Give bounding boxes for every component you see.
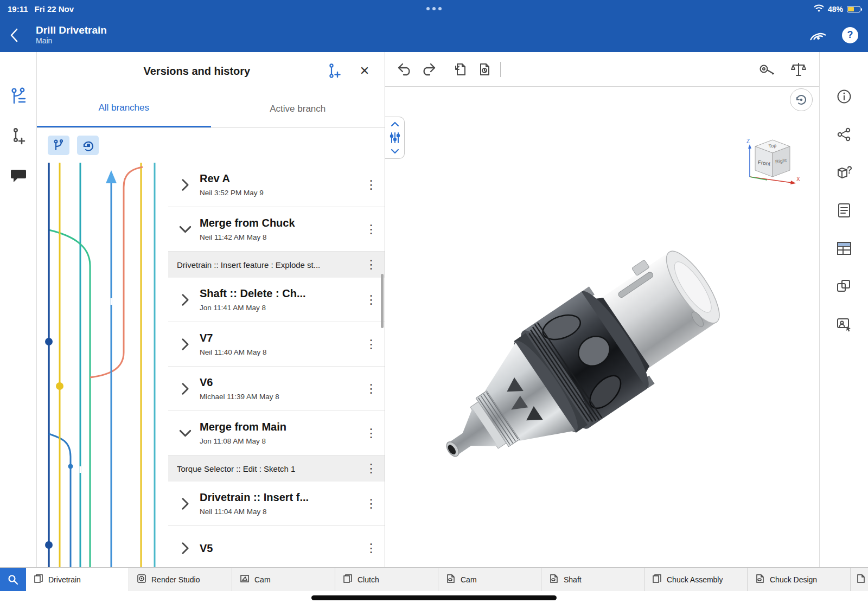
- comments-icon[interactable]: [8, 166, 29, 187]
- part-studio-tab-icon: [446, 574, 456, 585]
- undo-icon[interactable]: [393, 57, 417, 81]
- app-header: Drill Drivetrain Main ?: [0, 18, 868, 52]
- compare-icon[interactable]: [787, 57, 810, 81]
- workspace-name: Main: [36, 36, 107, 46]
- export-document-icon[interactable]: [449, 57, 473, 81]
- bom-table-icon[interactable]: [834, 239, 854, 258]
- history-list: Rev A Neil 3:52 PM May 9 ⋮ Merge from Ch…: [168, 163, 385, 567]
- create-version-icon[interactable]: [8, 126, 29, 146]
- history-subitem-drivetrain-insert[interactable]: Drivetrain :: Insert feature : Explode s…: [168, 252, 385, 278]
- tab-clutch[interactable]: Clutch: [335, 568, 438, 591]
- history-item-v5[interactable]: V5 ⋮: [168, 526, 385, 567]
- linked-documents-icon[interactable]: [834, 277, 854, 296]
- kebab-menu-icon[interactable]: ⋮: [362, 258, 380, 272]
- history-item-title: V6: [200, 376, 362, 389]
- chevron-right-icon[interactable]: [181, 542, 196, 555]
- show-branch-lines-button[interactable]: [48, 136, 69, 155]
- tab-shaft[interactable]: Shaft: [541, 568, 644, 591]
- show-revisions-button[interactable]: [77, 136, 99, 155]
- tab-cam-1[interactable]: Cam: [232, 568, 335, 591]
- insert-version-icon[interactable]: [473, 57, 497, 81]
- history-subitem-torque-selector[interactable]: Torque Selector :: Edit : Sketch 1 ⋮: [168, 456, 385, 482]
- battery-icon: [847, 6, 860, 12]
- kebab-menu-icon[interactable]: ⋮: [362, 382, 380, 396]
- notes-icon[interactable]: [834, 201, 854, 220]
- viewcube-top-label[interactable]: Top: [768, 143, 777, 149]
- panel-resize-icon[interactable]: [390, 132, 400, 144]
- follow-mode-icon[interactable]: [834, 315, 854, 334]
- multitasking-dots-icon[interactable]: [426, 7, 442, 10]
- history-item-shaft-delete[interactable]: Shaft :: Delete : Ch... Jon 11:41 AM May…: [168, 278, 385, 322]
- tab-render-studio[interactable]: Render Studio: [129, 568, 232, 591]
- version-graph[interactable]: [37, 163, 168, 567]
- history-item-title: Shaft :: Delete : Ch...: [200, 287, 362, 300]
- history-item-meta: Neil 11:04 AM May 8: [200, 508, 362, 516]
- redo-icon[interactable]: [417, 57, 441, 81]
- history-item-meta: Neil 11:42 AM May 8: [200, 233, 362, 241]
- bottom-tab-bar: Drivetrain Render Studio Cam Clutch Cam …: [0, 567, 868, 591]
- chevron-right-icon[interactable]: [181, 497, 196, 510]
- history-item-title: V7: [200, 332, 362, 344]
- kebab-menu-icon[interactable]: ⋮: [362, 178, 380, 192]
- chevron-down-icon[interactable]: [391, 149, 399, 154]
- tab-all-branches[interactable]: All branches: [37, 90, 211, 127]
- tab-overflow-partial[interactable]: [851, 568, 868, 591]
- back-button[interactable]: [10, 24, 28, 46]
- tab-drivetrain[interactable]: Drivetrain: [26, 568, 129, 591]
- drill-drivetrain-model[interactable]: [423, 188, 727, 540]
- panel-scrollbar[interactable]: [381, 274, 384, 328]
- panel-collapse-handle[interactable]: [385, 117, 405, 159]
- kebab-menu-icon[interactable]: ⋮: [362, 293, 380, 307]
- share-icon[interactable]: [834, 125, 854, 144]
- history-subitem-title: Drivetrain :: Insert feature : Explode s…: [177, 260, 362, 270]
- right-rail: [819, 52, 868, 567]
- chevron-right-icon[interactable]: [181, 293, 196, 306]
- history-subitem-title: Torque Selector :: Edit : Sketch 1: [177, 464, 362, 473]
- left-rail: [0, 52, 37, 567]
- history-item-merge-from-main[interactable]: Merge from Main Jon 11:08 AM May 8 ⋮: [168, 411, 385, 456]
- chevron-down-icon[interactable]: [181, 427, 196, 440]
- tab-cam-2[interactable]: Cam: [438, 568, 541, 591]
- battery-percent: 48%: [828, 5, 843, 14]
- model-viewport[interactable]: Top Front Right Z X: [385, 52, 819, 567]
- close-panel-icon[interactable]: ✕: [355, 62, 374, 80]
- chevron-right-icon[interactable]: [181, 178, 196, 191]
- kebab-menu-icon[interactable]: ⋮: [362, 497, 380, 511]
- history-item-merge-from-chuck[interactable]: Merge from Chuck Neil 11:42 AM May 8 ⋮: [168, 207, 385, 252]
- view-rotate-button[interactable]: [790, 88, 813, 111]
- search-tabs-button[interactable]: [0, 568, 26, 591]
- parts-help-icon[interactable]: [834, 163, 854, 182]
- chevron-right-icon[interactable]: [181, 338, 196, 351]
- versions-history-icon[interactable]: [8, 86, 29, 106]
- chevron-right-icon[interactable]: [181, 382, 196, 395]
- home-indicator[interactable]: [311, 595, 557, 600]
- assembly-tab-icon: [652, 574, 662, 585]
- kebab-menu-icon[interactable]: ⋮: [362, 461, 380, 476]
- tab-chuck-assembly[interactable]: Chuck Assembly: [644, 568, 748, 591]
- status-bar: 19:11 Fri 22 Nov 48%: [0, 0, 868, 18]
- kebab-menu-icon[interactable]: ⋮: [362, 541, 380, 555]
- sketch-tab-icon: [240, 574, 250, 585]
- history-item-v6[interactable]: V6 Michael 11:39 AM May 8 ⋮: [168, 367, 385, 411]
- history-item-v7[interactable]: V7 Neil 11:40 AM May 8 ⋮: [168, 322, 385, 367]
- history-item-drivetrain-insert[interactable]: Drivetrain :: Insert f... Neil 11:04 AM …: [168, 482, 385, 526]
- tab-active-branch[interactable]: Active branch: [211, 90, 385, 127]
- tab-chuck-design[interactable]: Chuck Design: [748, 568, 851, 591]
- new-branch-icon[interactable]: [325, 62, 343, 80]
- history-item-title: Rev A: [200, 172, 362, 185]
- panel-tabs: All branches Active branch: [37, 90, 385, 128]
- chevron-down-icon[interactable]: [181, 223, 196, 236]
- chevron-up-icon[interactable]: [391, 121, 399, 127]
- view-cube[interactable]: Top Front Right Z X: [744, 129, 801, 185]
- kebab-menu-icon[interactable]: ⋮: [362, 337, 380, 351]
- part-studio-tab-icon: [549, 574, 559, 585]
- help-button[interactable]: ?: [842, 27, 858, 43]
- info-icon[interactable]: [834, 87, 854, 106]
- presence-icon[interactable]: [806, 27, 828, 44]
- axis-z-label: Z: [746, 138, 750, 144]
- versions-panel: Versions and history ✕ All branches Acti…: [37, 52, 385, 567]
- kebab-menu-icon[interactable]: ⋮: [362, 222, 380, 236]
- history-item-rev-a[interactable]: Rev A Neil 3:52 PM May 9 ⋮: [168, 163, 385, 207]
- measure-icon[interactable]: [755, 57, 779, 81]
- kebab-menu-icon[interactable]: ⋮: [362, 426, 380, 440]
